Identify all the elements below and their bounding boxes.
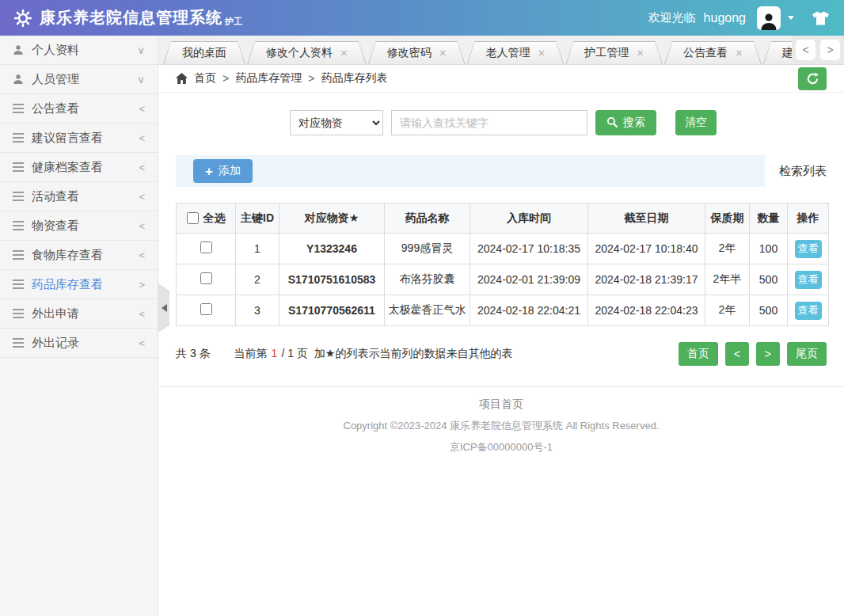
header-quantity: 数量 xyxy=(750,203,788,234)
home-icon xyxy=(176,73,188,84)
tab-elder-management[interactable]: 老人管理 × xyxy=(467,41,565,64)
row-checkbox[interactable] xyxy=(200,303,212,315)
header-right: 欢迎光临 hugong xyxy=(648,6,830,30)
header-drug-name: 药品名称 xyxy=(385,203,470,234)
search-button[interactable]: 搜索 xyxy=(595,110,656,135)
cell-primary-id: 3 xyxy=(236,295,279,326)
app-title: 康乐养老院信息管理系统 xyxy=(40,7,222,29)
view-button[interactable]: 查看 xyxy=(795,271,822,289)
next-page-button[interactable]: > xyxy=(756,342,780,366)
sidebar-item-announcements[interactable]: 公告查看 < xyxy=(0,94,158,124)
sidebar-item-food-stock[interactable]: 食物库存查看 < xyxy=(0,241,158,270)
chevron-right-icon: > xyxy=(139,279,145,291)
tab-edit-profile[interactable]: 修改个人资料 × xyxy=(247,41,367,64)
sidebar-item-suggestions[interactable]: 建议留言查看 < xyxy=(0,124,158,153)
tabs-scroll-right-button[interactable]: > xyxy=(820,40,840,60)
user-icon xyxy=(13,44,24,55)
chevron-left-icon: < xyxy=(139,220,145,232)
breadcrumb-home[interactable]: 首页 xyxy=(194,71,216,86)
refresh-button[interactable] xyxy=(798,67,827,90)
search-input[interactable] xyxy=(391,110,587,135)
select-all-checkbox[interactable] xyxy=(187,212,199,224)
cell-quantity: 500 xyxy=(750,264,788,295)
breadcrumb-separator: > xyxy=(308,72,314,85)
header-select-all: 全选 xyxy=(177,203,236,234)
sidebar-item-personnel[interactable]: 人员管理 ∨ xyxy=(0,65,158,94)
menu-icon xyxy=(13,250,24,260)
content-area: 对应物资 搜索 清空 + 添加 xyxy=(158,93,844,616)
cell-shelf-life: 2年 xyxy=(705,295,750,326)
tab-announcements[interactable]: 公告查看 × xyxy=(664,41,762,64)
prev-page-button[interactable]: < xyxy=(725,342,749,366)
cell-in-time: 2024-02-18 22:04:21 xyxy=(470,295,588,326)
view-button[interactable]: 查看 xyxy=(795,240,822,258)
breadcrumb-separator: > xyxy=(222,72,229,85)
avatar[interactable] xyxy=(757,6,781,30)
view-button[interactable]: 查看 xyxy=(795,302,822,320)
header-shelf-life: 保质期 xyxy=(705,203,750,234)
page-prefix: 当前第 xyxy=(234,347,268,361)
breadcrumb-level1[interactable]: 药品库存管理 xyxy=(235,71,302,86)
tab-label: 公告查看 xyxy=(683,46,728,60)
tabs-scroll-left-button[interactable]: < xyxy=(796,40,815,60)
header-actions: 操作 xyxy=(788,203,829,234)
tabs-bar: 我的桌面 修改个人资料 × 修改密码 × 老人管理 × 护工管理 × xyxy=(158,36,844,65)
menu-icon xyxy=(13,279,24,289)
theme-shirt-icon[interactable] xyxy=(812,11,830,25)
tab-scroll-controls: < > xyxy=(792,36,844,64)
star-note: 加★的列表示当前列的数据来自其他的表 xyxy=(314,347,513,361)
cell-drug-name: 布洛芬胶囊 xyxy=(385,264,470,295)
sidebar-item-label: 药品库存查看 xyxy=(32,277,103,292)
sidebar-item-label: 建议留言查看 xyxy=(32,131,103,146)
cell-shelf-life: 2年 xyxy=(705,234,750,264)
row-checkbox[interactable] xyxy=(200,272,212,284)
welcome-text: 欢迎光临 xyxy=(648,10,696,25)
list-title: 检索列表 xyxy=(779,164,827,179)
close-icon[interactable]: × xyxy=(736,47,743,59)
sidebar-item-label: 健康档案查看 xyxy=(32,160,103,175)
search-category-select[interactable]: 对应物资 xyxy=(290,110,383,135)
tab-my-desktop[interactable]: 我的桌面 xyxy=(163,41,245,64)
row-checkbox[interactable] xyxy=(200,241,212,253)
sidebar-item-drug-stock[interactable]: 药品库存查看 > xyxy=(0,270,158,299)
sidebar-item-label: 物资查看 xyxy=(32,219,79,234)
sidebar-item-label: 食物库存查看 xyxy=(32,248,103,263)
close-icon[interactable]: × xyxy=(538,47,546,59)
sidebar-item-activities[interactable]: 活动查看 < xyxy=(0,182,158,211)
sidebar-item-profile[interactable]: 个人资料 ∨ xyxy=(0,36,158,65)
menu-icon xyxy=(13,104,24,113)
header-primary-id: 主键ID xyxy=(236,203,279,234)
current-page: 1 xyxy=(272,347,278,361)
username-text: hugong xyxy=(704,11,746,25)
cell-quantity: 100 xyxy=(750,234,788,264)
role-badge: 护工 xyxy=(225,16,242,28)
first-page-button[interactable]: 首页 xyxy=(679,342,718,366)
table-toolbar: + 添加 检索列表 xyxy=(176,155,827,187)
table-summary: 共 3 条 当前第 1 / 1 页 加★的列表示当前列的数据来自其他的表 首页 … xyxy=(176,342,827,366)
pagination: 首页 < > 尾页 xyxy=(679,342,827,366)
tab-caregiver-management[interactable]: 护工管理 × xyxy=(565,41,663,64)
last-page-button[interactable]: 尾页 xyxy=(787,342,827,366)
select-all-label: 全选 xyxy=(203,211,226,226)
chevron-down-icon[interactable] xyxy=(788,16,794,20)
sidebar-item-label: 活动查看 xyxy=(32,189,79,204)
table-header-row: 全选 主键ID 对应物资★ 药品名称 入库时间 截至日期 保质期 数量 操作 xyxy=(177,203,829,234)
sidebar-collapse-handle[interactable] xyxy=(158,283,169,333)
header-deadline: 截至日期 xyxy=(588,203,705,234)
add-button[interactable]: + 添加 xyxy=(193,159,253,183)
project-home-link[interactable]: 项目首页 xyxy=(158,397,844,412)
close-icon[interactable]: × xyxy=(637,47,644,59)
sidebar-item-supplies[interactable]: 物资查看 < xyxy=(0,211,158,241)
cell-primary-id: 1 xyxy=(236,234,279,264)
chevron-left-icon: < xyxy=(139,132,145,144)
sidebar-item-label: 外出记录 xyxy=(32,336,79,351)
clear-button[interactable]: 清空 xyxy=(675,110,717,135)
close-icon[interactable]: × xyxy=(340,47,348,59)
sidebar-item-outing-records[interactable]: 外出记录 < xyxy=(0,329,158,358)
tab-label: 修改个人资料 xyxy=(266,46,333,60)
sidebar-item-outing-request[interactable]: 外出申请 < xyxy=(0,299,158,329)
sidebar-item-health-records[interactable]: 健康档案查看 < xyxy=(0,153,158,182)
close-icon[interactable]: × xyxy=(439,47,447,59)
tab-change-password[interactable]: 修改密码 × xyxy=(368,41,466,64)
add-button-label: 添加 xyxy=(219,164,241,178)
